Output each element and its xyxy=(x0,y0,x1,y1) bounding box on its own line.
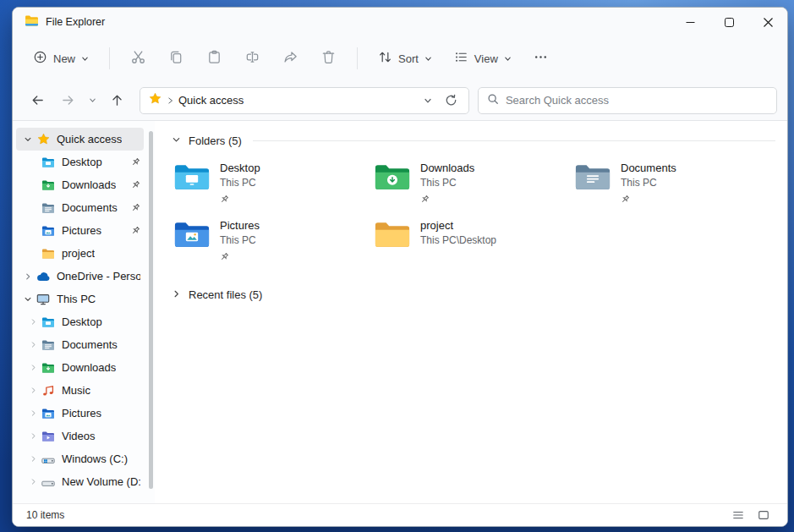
paste-button[interactable] xyxy=(200,42,229,74)
pin-icon xyxy=(131,157,140,167)
sidebar-item-label: Pictures xyxy=(62,224,101,237)
chevron-right-icon[interactable] xyxy=(172,288,181,301)
chevron-right-icon[interactable] xyxy=(21,272,35,281)
trash-icon xyxy=(320,49,337,68)
folder-location: This PC xyxy=(220,234,260,246)
folder-location: This PC xyxy=(220,177,260,189)
sidebar-item-onedrive[interactable]: OneDrive - Person xyxy=(16,265,144,288)
music-note-icon xyxy=(40,385,57,397)
pin-icon xyxy=(420,192,474,207)
address-bar[interactable]: Quick access xyxy=(140,87,469,114)
sidebar-item-project[interactable]: project xyxy=(16,242,144,265)
share-button[interactable] xyxy=(276,42,305,74)
toolbar-divider xyxy=(357,47,358,69)
chevron-down-icon xyxy=(81,52,89,65)
more-options-button[interactable] xyxy=(527,43,555,74)
sidebar-item-quick-access[interactable]: Quick access xyxy=(16,128,144,151)
drive-icon xyxy=(40,476,57,488)
pin-icon xyxy=(131,226,140,235)
sidebar-item-drive-d[interactable]: New Volume (D: xyxy=(16,470,144,493)
pin-icon xyxy=(220,192,260,207)
sidebar-item-pc-desktop[interactable]: Desktop xyxy=(16,310,144,333)
desktop-folder-icon xyxy=(40,156,57,168)
sort-button[interactable]: Sort xyxy=(371,43,439,74)
cut-button[interactable] xyxy=(123,42,153,74)
details-view-button[interactable] xyxy=(728,507,748,524)
refresh-button[interactable] xyxy=(440,90,463,112)
sidebar-item-documents-pinned[interactable]: Documents xyxy=(16,196,144,219)
sidebar-item-label: New Volume (D: xyxy=(62,475,140,488)
chevron-down-icon[interactable] xyxy=(21,135,35,144)
chevron-right-icon[interactable] xyxy=(26,432,40,440)
folders-grid: Desktop This PC Downloads This PC xyxy=(172,160,775,275)
sidebar-item-pictures-pinned[interactable]: Pictures xyxy=(16,219,144,242)
chevron-right-icon[interactable] xyxy=(26,318,40,326)
chevron-right-icon[interactable] xyxy=(26,341,40,348)
chevron-down-icon[interactable] xyxy=(172,134,181,147)
view-button[interactable]: View xyxy=(447,43,518,74)
file-explorer-app-icon xyxy=(25,14,39,30)
chevron-right-icon[interactable] xyxy=(26,455,40,463)
rename-button[interactable] xyxy=(238,42,267,74)
delete-button[interactable] xyxy=(314,42,343,74)
large-icons-view-button[interactable] xyxy=(753,507,774,524)
sidebar-item-pc-music[interactable]: Music xyxy=(16,379,144,402)
folder-tile-pictures[interactable]: Pictures This PC xyxy=(172,217,372,275)
address-dropdown-button[interactable] xyxy=(416,90,440,112)
sidebar-item-downloads-pinned[interactable]: Downloads xyxy=(16,173,144,196)
sidebar-item-label: Videos xyxy=(62,430,96,442)
recent-locations-button[interactable] xyxy=(84,86,101,115)
search-input[interactable] xyxy=(506,94,768,107)
pin-icon xyxy=(131,180,140,189)
close-button[interactable] xyxy=(748,8,787,36)
chevron-right-icon[interactable] xyxy=(26,364,40,371)
toolbar-divider xyxy=(109,47,110,69)
forward-button[interactable] xyxy=(53,86,82,115)
folder-tile-documents[interactable]: Documents This PC xyxy=(572,160,773,217)
sidebar-item-this-pc[interactable]: This PC xyxy=(16,288,144,310)
chevron-right-icon[interactable] xyxy=(26,409,40,417)
sidebar-item-desktop-pinned[interactable]: Desktop xyxy=(16,151,144,173)
folder-tile-downloads[interactable]: Downloads This PC xyxy=(372,160,572,217)
pictures-folder-icon xyxy=(40,225,57,237)
pin-icon xyxy=(220,250,260,265)
chevron-right-icon[interactable] xyxy=(26,478,40,485)
folder-name: Downloads xyxy=(420,162,474,174)
sidebar-scrollbar[interactable] xyxy=(147,128,154,496)
copy-button[interactable] xyxy=(162,42,191,74)
videos-folder-icon xyxy=(40,431,57,442)
sort-icon xyxy=(378,50,392,67)
scrollbar-thumb[interactable] xyxy=(149,131,153,489)
maximize-button[interactable] xyxy=(709,8,748,36)
folder-tile-project[interactable]: project This PC\Desktop xyxy=(372,217,572,275)
folder-tile-desktop[interactable]: Desktop This PC xyxy=(172,160,372,217)
sidebar-item-pc-pictures[interactable]: Pictures xyxy=(16,402,144,425)
pin-icon xyxy=(621,192,676,207)
sidebar-item-label: This PC xyxy=(57,293,96,305)
search-box[interactable] xyxy=(478,87,777,114)
sidebar-item-drive-c[interactable]: Windows (C:) xyxy=(16,447,144,470)
scissors-icon xyxy=(130,49,146,68)
folder-icon xyxy=(374,219,411,250)
recent-files-group-header[interactable]: Recent files (5) xyxy=(172,283,775,305)
chevron-right-icon[interactable] xyxy=(26,387,40,394)
sidebar-item-pc-videos[interactable]: Videos xyxy=(16,425,144,447)
sidebar-item-pc-downloads[interactable]: Downloads xyxy=(16,356,144,379)
file-explorer-window: File Explorer New xyxy=(12,7,788,527)
sidebar-item-pc-documents[interactable]: Documents xyxy=(16,333,144,356)
back-button[interactable] xyxy=(23,86,52,115)
status-bar: 10 items xyxy=(13,503,787,526)
folder-tile-meta: Desktop This PC xyxy=(220,162,260,207)
window-body: Quick access Desktop Downloads Documents… xyxy=(13,121,787,503)
folders-group-header[interactable]: Folders (5) xyxy=(172,129,775,151)
chevron-down-icon[interactable] xyxy=(21,295,35,304)
drive-c-icon xyxy=(40,453,57,465)
copy-icon xyxy=(168,49,184,68)
folder-tile-meta: Downloads This PC xyxy=(420,162,474,207)
folder-location: This PC xyxy=(621,177,676,189)
plus-circle-icon xyxy=(33,50,47,67)
minimize-button[interactable] xyxy=(671,8,709,36)
new-button[interactable]: New xyxy=(26,43,96,74)
folder-name: Pictures xyxy=(220,219,260,232)
up-button[interactable] xyxy=(102,86,131,115)
